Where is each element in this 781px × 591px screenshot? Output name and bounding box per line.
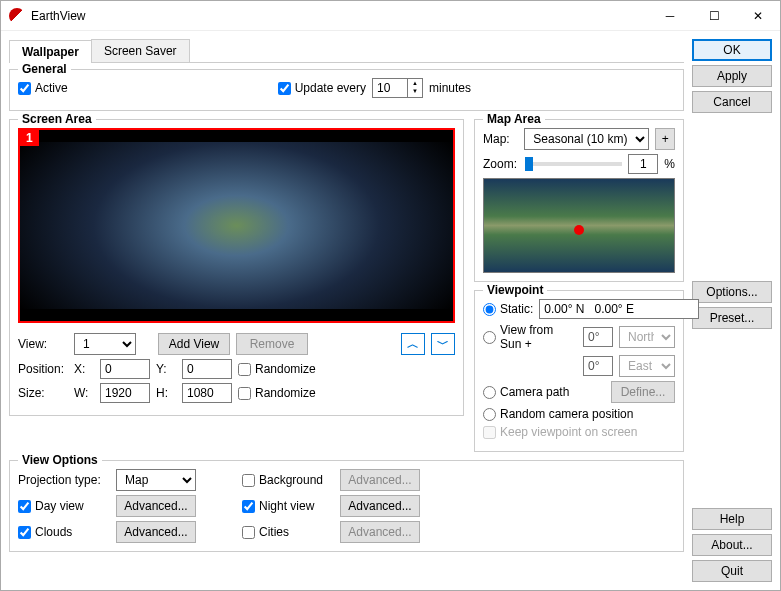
cities-checkbox[interactable]: Cities [242,525,332,539]
about-button[interactable]: About... [692,534,772,556]
close-button[interactable]: ✕ [736,1,780,31]
apply-button[interactable]: Apply [692,65,772,87]
sun-lon-dir: East [619,355,675,377]
window-title: EarthView [31,9,648,23]
map-select[interactable]: Seasonal (10 km) [524,128,649,150]
update-every-checkbox[interactable]: Update every [278,81,366,95]
options-button[interactable]: Options... [692,281,772,303]
tab-screensaver[interactable]: Screen Saver [91,39,190,62]
remove-view-button[interactable]: Remove [236,333,308,355]
screen-preview[interactable]: 1 [18,128,455,323]
nightview-checkbox[interactable]: Night view [242,499,332,513]
group-screen-area: Screen Area 1 View: 1 Add View Remove [9,119,464,416]
monitor-indicator: 1 [20,130,39,146]
map-area-legend: Map Area [483,112,545,126]
size-h-input[interactable] [182,383,232,403]
minimap-marker [574,225,584,235]
active-checkbox[interactable]: Active [18,81,68,95]
maximize-button[interactable]: ☐ [692,1,736,31]
static-radio[interactable]: Static: [483,302,533,316]
group-viewpoint: Viewpoint Static: View from Sun + [474,290,684,452]
clouds-advanced-button[interactable]: Advanced... [116,521,196,543]
size-w-input[interactable] [100,383,150,403]
quit-button[interactable]: Quit [692,560,772,582]
dayview-advanced-button[interactable]: Advanced... [116,495,196,517]
preset-button[interactable]: Preset... [692,307,772,329]
sun-lat-input [583,327,613,347]
app-icon [9,8,25,24]
sun-lat-dir: North [619,326,675,348]
view-select[interactable]: 1 [74,333,136,355]
zoom-slider[interactable] [525,162,622,166]
sun-radio[interactable]: View from Sun + [483,323,577,351]
keep-viewpoint-checkbox[interactable]: Keep viewpoint on screen [483,425,637,439]
sun-lon-input [583,356,613,376]
clouds-checkbox[interactable]: Clouds [18,525,108,539]
cancel-button[interactable]: Cancel [692,91,772,113]
projection-select[interactable]: Map [116,469,196,491]
zoom-input[interactable] [628,154,658,174]
cities-advanced-button[interactable]: Advanced... [340,521,420,543]
nightview-advanced-button[interactable]: Advanced... [340,495,420,517]
screen-area-legend: Screen Area [18,112,96,126]
update-interval-spinner[interactable]: ▲▼ [372,78,423,98]
map-add-button[interactable]: + [655,128,675,150]
ok-button[interactable]: OK [692,39,772,61]
tab-wallpaper[interactable]: Wallpaper [9,40,92,63]
group-view-options: View Options Projection type: Map Backgr… [9,460,684,552]
minimize-button[interactable]: ─ [648,1,692,31]
position-y-input[interactable] [182,359,232,379]
group-general: General Active Update every ▲▼ [9,69,684,111]
add-view-button[interactable]: Add View [158,333,230,355]
view-options-legend: View Options [18,453,102,467]
move-up-button[interactable]: ︿ [401,333,425,355]
group-map-area: Map Area Map: Seasonal (10 km) + Zoom: % [474,119,684,282]
background-checkbox[interactable]: Background [242,473,332,487]
minimap[interactable] [483,178,675,273]
static-coords-input[interactable] [539,299,699,319]
move-down-button[interactable]: ﹀ [431,333,455,355]
help-button[interactable]: Help [692,508,772,530]
background-advanced-button[interactable]: Advanced... [340,469,420,491]
randomize-size-checkbox[interactable]: Randomize [238,386,316,400]
randomize-position-checkbox[interactable]: Randomize [238,362,316,376]
viewpoint-legend: Viewpoint [483,283,547,297]
random-radio[interactable]: Random camera position [483,407,633,421]
define-button[interactable]: Define... [611,381,675,403]
general-legend: General [18,62,71,76]
position-x-input[interactable] [100,359,150,379]
camera-path-radio[interactable]: Camera path [483,385,569,399]
dayview-checkbox[interactable]: Day view [18,499,108,513]
